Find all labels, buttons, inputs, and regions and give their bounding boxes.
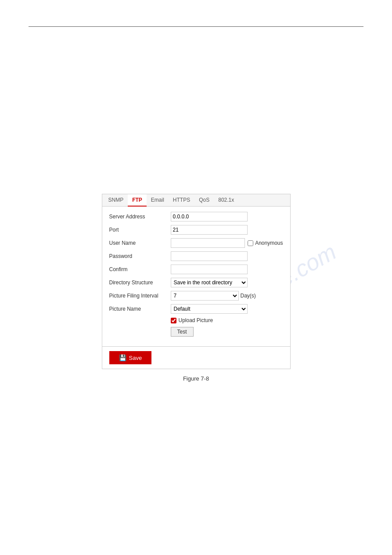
- directory-structure-label: Directory Structure: [109, 279, 171, 286]
- content-area: manuarchive.com SNMP FTP Email HTTPS QoS…: [29, 194, 363, 501]
- upload-picture-row: Upload Picture: [109, 317, 283, 323]
- figure-caption: Figure 7-8: [183, 375, 209, 382]
- save-area: 💾 Save: [102, 346, 290, 369]
- page-container: manuarchive.com SNMP FTP Email HTTPS QoS…: [0, 0, 392, 555]
- picture-name-select[interactable]: Default Custom: [171, 304, 248, 314]
- directory-structure-row: Directory Structure Save in the root dir…: [109, 278, 283, 287]
- save-button[interactable]: 💾 Save: [109, 351, 152, 364]
- password-input[interactable]: [171, 251, 248, 261]
- picture-name-row: Picture Name Default Custom: [109, 304, 283, 314]
- ui-panel: SNMP FTP Email HTTPS QoS 802.1x Server A…: [102, 194, 291, 369]
- confirm-input[interactable]: [171, 265, 248, 274]
- anonymous-group: Anonymous: [248, 240, 283, 246]
- port-input[interactable]: [171, 225, 248, 235]
- picture-filing-interval-select[interactable]: 7 14 30: [171, 291, 239, 301]
- password-row: Password: [109, 251, 283, 261]
- top-divider: [29, 26, 363, 27]
- ui-panel-wrapper: SNMP FTP Email HTTPS QoS 802.1x Server A…: [29, 194, 363, 382]
- tab-8021x[interactable]: 802.1x: [214, 194, 238, 207]
- upload-picture-label: Upload Picture: [179, 317, 213, 323]
- user-name-input[interactable]: [171, 238, 245, 248]
- server-address-row: Server Address: [109, 212, 283, 221]
- days-label: Day(s): [241, 293, 256, 299]
- form-area: Server Address Port User Name: [102, 207, 290, 346]
- tab-snmp[interactable]: SNMP: [104, 194, 128, 207]
- tab-ftp[interactable]: FTP: [128, 194, 147, 207]
- test-button[interactable]: Test: [171, 327, 194, 337]
- picture-filing-interval-row: Picture Filing Interval 7 14 30 Day(s): [109, 291, 283, 301]
- confirm-row: Confirm: [109, 265, 283, 274]
- anonymous-checkbox[interactable]: [248, 240, 253, 246]
- save-button-label: Save: [129, 355, 142, 361]
- tab-https[interactable]: HTTPS: [169, 194, 194, 207]
- picture-filing-interval-label: Picture Filing Interval: [109, 293, 171, 299]
- tab-qos[interactable]: QoS: [194, 194, 214, 207]
- port-label: Port: [109, 227, 171, 233]
- save-icon: 💾: [119, 354, 126, 361]
- server-address-label: Server Address: [109, 214, 171, 220]
- password-label: Password: [109, 253, 171, 259]
- upload-picture-checkbox[interactable]: [171, 318, 176, 323]
- server-address-input[interactable]: [171, 212, 248, 221]
- test-row: Test: [109, 327, 283, 337]
- confirm-label: Confirm: [109, 266, 171, 272]
- port-row: Port: [109, 225, 283, 235]
- tabs-bar: SNMP FTP Email HTTPS QoS 802.1x: [102, 194, 290, 207]
- picture-name-label: Picture Name: [109, 306, 171, 312]
- user-name-row: User Name Anonymous: [109, 238, 283, 248]
- user-name-label: User Name: [109, 240, 171, 246]
- anonymous-label: Anonymous: [255, 240, 283, 246]
- tab-email[interactable]: Email: [147, 194, 169, 207]
- directory-structure-select[interactable]: Save in the root directory Custom: [171, 278, 248, 287]
